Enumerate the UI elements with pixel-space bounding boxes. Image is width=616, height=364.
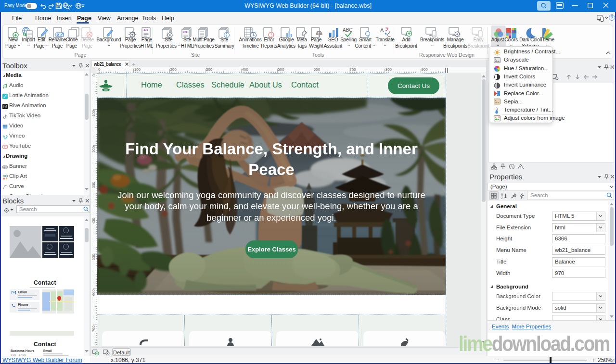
svg-text:ABC: ABC: [3, 166, 7, 168]
svg-text:</>: </>: [183, 30, 188, 34]
svg-text:A: A: [501, 193, 503, 196]
svg-text:ABC: ABC: [343, 27, 353, 33]
svg-text:</>: </>: [143, 28, 148, 32]
svg-text:A: A: [380, 27, 384, 33]
svg-text:Z: Z: [501, 196, 503, 199]
